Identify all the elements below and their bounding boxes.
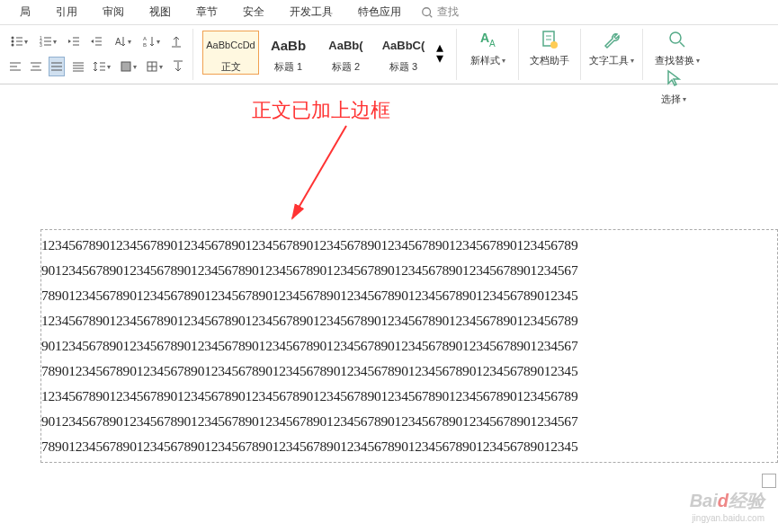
menu-item[interactable]: 视图 (137, 1, 183, 23)
shading-button[interactable]: ▾ (117, 57, 138, 76)
dropdown-icon: ▾ (630, 57, 634, 65)
watermark-url: jingyan.baidu.com (690, 513, 765, 523)
bullets-button[interactable]: ▾ (7, 31, 31, 51)
line-spacing-button[interactable]: ▾ (91, 57, 112, 76)
text-tool-group: 文字工具▾ (581, 29, 643, 80)
search-placeholder: 查找 (437, 4, 459, 20)
doc-assist-button[interactable]: 文档助手 (524, 29, 575, 67)
svg-point-50 (550, 41, 558, 49)
borders-button[interactable]: ▾ (144, 57, 165, 76)
style-preview: AaBb (271, 31, 306, 58)
svg-line-52 (680, 42, 684, 47)
menu-item[interactable]: 引用 (43, 1, 90, 23)
chevron-down-icon: ▾ (433, 54, 447, 63)
side-widget[interactable] (762, 474, 776, 488)
doc-line: 1234567890123456789012345678901234567890… (41, 384, 777, 409)
style-gallery: AaBbCcDd 正文 AaBb 标题 1 AaBb( 标题 2 AaBbC( … (199, 29, 451, 76)
new-style-button[interactable]: AA 新样式▾ (462, 29, 513, 67)
svg-rect-40 (121, 62, 130, 71)
menu-item[interactable]: 审阅 (90, 1, 137, 23)
paragraph-group: ▾ 123▾ A▾ AB▾ ▾ ▾ ▾ (0, 29, 193, 80)
menu-item[interactable]: 特色应用 (345, 1, 414, 23)
styles-group: AaBbCcDd 正文 AaBb 标题 1 AaBb( 标题 2 AaBbC( … (193, 29, 457, 80)
svg-line-53 (292, 126, 346, 218)
align-distribute-button[interactable] (70, 57, 85, 76)
doc-line: 7890123456789012345678901234567890123456… (41, 359, 777, 384)
svg-point-6 (12, 44, 14, 47)
cursor-icon (663, 67, 684, 89)
align-center-button[interactable] (28, 57, 43, 76)
doc-line: 1234567890123456789012345678901234567890… (41, 233, 777, 258)
svg-text:A: A (480, 31, 489, 45)
svg-point-51 (670, 32, 681, 43)
menu-item[interactable]: 开发工具 (277, 1, 345, 23)
menu-bar: 局 引用 审阅 视图 章节 安全 开发工具 特色应用 查找 (0, 0, 778, 25)
find-group: 查找替换▾ 选择▾ (643, 29, 711, 80)
button-label: 选择 (661, 93, 681, 106)
dropdown-icon: ▾ (683, 95, 686, 103)
svg-text:B: B (143, 42, 147, 48)
annotation-arrow (279, 121, 360, 229)
align-justify-button[interactable] (49, 57, 65, 76)
style-heading2[interactable]: AaBb( 标题 2 (317, 31, 374, 75)
move-down-button[interactable] (170, 57, 185, 76)
document-area: 1234567890123456789012345678901234567890… (40, 229, 778, 463)
style-normal[interactable]: AaBbCcDd 正文 (202, 31, 259, 75)
move-up-button[interactable] (168, 31, 185, 51)
new-style-icon: AA (477, 29, 498, 50)
svg-point-4 (12, 40, 14, 43)
doc-assist-group: 文档助手 (519, 29, 581, 80)
style-label: 标题 1 (274, 60, 302, 74)
svg-text:A: A (115, 37, 121, 47)
increase-indent-button[interactable] (87, 31, 104, 51)
style-gallery-more[interactable]: ▴ ▾ (433, 31, 447, 75)
svg-line-1 (430, 14, 433, 17)
search-box[interactable]: 查找 (421, 4, 459, 20)
svg-point-0 (423, 7, 431, 15)
button-label: 新样式 (470, 54, 500, 67)
style-label: 标题 2 (332, 60, 360, 74)
search-icon (421, 6, 434, 19)
text-direction-button[interactable]: A▾ (111, 31, 134, 51)
watermark-logo: Baid经验 (690, 489, 765, 513)
doc-line: 9012345678901234567890123456789012345678… (41, 409, 777, 434)
dropdown-icon: ▾ (502, 57, 505, 65)
button-label: 文字工具 (589, 54, 629, 67)
style-preview: AaBb( (328, 31, 362, 58)
wrench-icon (601, 29, 622, 50)
svg-point-2 (12, 37, 14, 40)
style-label: 标题 3 (389, 60, 417, 74)
magnifier-icon (666, 29, 688, 50)
style-preview: AaBbCcDd (206, 31, 255, 58)
style-heading3[interactable]: AaBbC( 标题 3 (375, 31, 432, 75)
button-label: 文档助手 (530, 54, 569, 67)
menu-item[interactable]: 章节 (183, 1, 230, 23)
doc-line: 7890123456789012345678901234567890123456… (41, 283, 777, 308)
doc-line: 9012345678901234567890123456789012345678… (41, 333, 777, 359)
select-button[interactable]: 选择▾ (648, 67, 699, 106)
style-preview: AaBbC( (382, 31, 425, 58)
doc-line: 9012345678901234567890123456789012345678… (41, 258, 777, 283)
find-replace-button[interactable]: 查找替换▾ (648, 29, 706, 67)
new-style-group: AA 新样式▾ (457, 29, 519, 80)
decrease-indent-button[interactable] (65, 31, 82, 51)
button-label: 查找替换 (655, 54, 694, 67)
svg-text:A: A (143, 36, 147, 41)
menu-item[interactable]: 安全 (230, 1, 277, 23)
doc-line: 1234567890123456789012345678901234567890… (41, 308, 777, 333)
svg-text:A: A (489, 39, 496, 49)
document-page[interactable]: 1234567890123456789012345678901234567890… (40, 229, 778, 463)
watermark: Baid经验 jingyan.baidu.com (690, 489, 765, 523)
menu-item[interactable]: 局 (7, 1, 43, 23)
sort-button[interactable]: AB▾ (139, 31, 163, 51)
text-tool-button[interactable]: 文字工具▾ (586, 29, 637, 67)
style-heading1[interactable]: AaBb 标题 1 (260, 31, 317, 75)
style-label: 正文 (221, 60, 241, 74)
numbering-button[interactable]: 123▾ (36, 31, 59, 51)
align-left-button[interactable] (7, 57, 22, 76)
doc-line: 7890123456789012345678901234567890123456… (41, 434, 777, 459)
annotation-text: 正文已加上边框 (252, 97, 390, 124)
document-icon (539, 29, 560, 50)
ribbon-toolbar: ▾ 123▾ A▾ AB▾ ▾ ▾ ▾ AaBbCcDd 正文 (0, 25, 778, 84)
svg-text:3: 3 (40, 42, 42, 48)
